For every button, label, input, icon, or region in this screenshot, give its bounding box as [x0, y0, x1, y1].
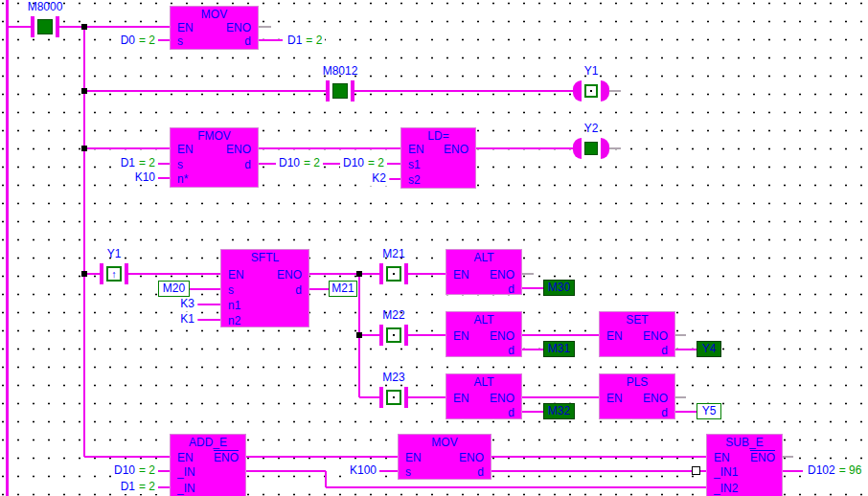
operand-value: = 2	[139, 34, 155, 47]
device-box-M20[interactable]: M20	[158, 281, 190, 297]
block-title: MOV	[171, 8, 258, 21]
wire	[259, 39, 283, 41]
wire	[246, 470, 326, 472]
wire	[309, 288, 329, 290]
pin-label: EN	[177, 450, 194, 465]
operand-label-K10[interactable]: K10	[132, 170, 158, 185]
wire	[491, 456, 706, 458]
fbd-block-mov-1[interactable]: MOVENENOsd	[170, 6, 259, 50]
wire	[326, 486, 706, 488]
pin-label: _IN	[177, 481, 195, 496]
operand-value: = 2	[306, 34, 322, 47]
contact-bar-icon	[351, 80, 354, 101]
pin-label: s2	[408, 172, 421, 188]
wire-junction	[81, 146, 87, 151]
fbd-block-add-e[interactable]: ADD_EENENO_IN_IN	[170, 434, 246, 496]
wire	[379, 470, 398, 472]
pin-label: ENO	[490, 328, 514, 344]
contact-bar-icon	[404, 263, 408, 284]
fbd-block-mov-2[interactable]: MOVENENOsd	[398, 434, 491, 480]
operand-label-D1[interactable]: D1= 2	[118, 480, 158, 494]
pin-label: d	[508, 343, 514, 358]
block-title: ALT	[446, 313, 521, 327]
pin-label: ENO	[459, 450, 484, 465]
contact-bar-icon	[379, 325, 383, 346]
pin-label: ENO	[490, 267, 514, 282]
fbd-block-sub-e[interactable]: SUB_EENENO_IN1_IN2	[706, 434, 783, 496]
contact-M21[interactable]	[379, 263, 408, 284]
contact-rising-edge-icon: ↑	[106, 266, 122, 282]
operand-label-K2[interactable]: K2	[369, 171, 389, 186]
device-box-M32[interactable]: M32	[543, 403, 575, 419]
pin-label: EN	[453, 328, 469, 344]
wire	[609, 90, 621, 92]
contact-device-label: M8012	[302, 64, 378, 78]
fbd-block-fmov[interactable]: FMOVENENOsdn*	[170, 127, 259, 188]
wire	[675, 334, 686, 336]
coil-Y2[interactable]	[573, 138, 609, 159]
operand-label-K1[interactable]: K1	[177, 312, 197, 327]
contact-Y1[interactable]: ↑	[100, 263, 128, 284]
fbd-block-pls[interactable]: PLSENENOd	[599, 373, 675, 419]
operand-label-D0[interactable]: D0= 2	[118, 34, 158, 48]
fbd-block-set[interactable]: SETENENOd	[599, 311, 675, 357]
coil-Y1[interactable]	[573, 80, 609, 101]
coil-dot-icon	[590, 90, 592, 92]
contact-device-label: M23	[355, 371, 432, 384]
power-rail	[6, 0, 9, 496]
operand-device: D10	[343, 156, 364, 169]
pin-label: ENO	[643, 328, 668, 344]
wire-junction	[81, 24, 87, 30]
operand-label-D1[interactable]: D1= 2	[285, 34, 325, 48]
device-box-M31[interactable]: M31	[543, 341, 575, 357]
operand-label-D1[interactable]: D1= 2	[118, 156, 158, 170]
device-box-Y4[interactable]: Y4	[697, 341, 721, 357]
contact-M8012[interactable]	[326, 80, 354, 101]
pin-label: s	[228, 282, 234, 298]
coil-paren-right-icon	[601, 80, 609, 101]
wire	[522, 334, 599, 336]
operand-label-D10[interactable]: D10= 2	[340, 156, 387, 170]
pin-label: ENO	[444, 142, 468, 157]
block-title: SUB_E	[707, 436, 782, 449]
operand-value: = 96	[839, 463, 862, 477]
fbd-block-sftl[interactable]: SFTLENENOsdn1n2	[220, 249, 309, 327]
operand-device: D1	[121, 156, 135, 169]
block-title: ALT	[446, 251, 521, 264]
wire	[675, 349, 697, 350]
pin-label: d	[295, 282, 302, 298]
wire	[259, 147, 400, 149]
operand-device: K2	[372, 171, 386, 185]
contact-bar-icon	[404, 325, 408, 346]
block-title: SET	[600, 313, 674, 327]
operand-label-D102[interactable]: D102= 96	[805, 463, 864, 478]
block-title: LD=	[401, 129, 475, 143]
block-title: SFTL	[221, 251, 308, 264]
operand-label-K100[interactable]: K100	[347, 463, 379, 478]
block-title: PLS	[600, 375, 674, 389]
coil-state-on-icon	[584, 142, 598, 155]
device-box-Y5[interactable]: Y5	[697, 403, 721, 419]
pin-label: _IN2	[714, 481, 738, 496]
operand-label-K3[interactable]: K3	[177, 297, 197, 311]
contact-M8000[interactable]	[31, 16, 59, 37]
contact-M23[interactable]	[379, 387, 408, 408]
pin-label: n2	[228, 313, 240, 328]
pin-label: EN	[408, 142, 424, 157]
pin-label: EN	[606, 328, 623, 344]
wire	[389, 178, 400, 180]
coil-paren-left-icon	[573, 80, 582, 101]
fbd-block-alt-1[interactable]: ALTENENOd	[445, 249, 522, 295]
fbd-block-alt-2[interactable]: ALTENENOd	[445, 311, 522, 357]
contact-M22[interactable]	[379, 325, 408, 346]
operand-label-D10[interactable]: D10= 2	[276, 156, 323, 170]
fbd-block-ld-eq[interactable]: LD=ENENOs1s2	[400, 127, 476, 189]
fbd-block-alt-3[interactable]: ALTENENOd	[445, 373, 522, 419]
wire	[522, 349, 543, 350]
wire	[190, 288, 220, 290]
operand-label-D10[interactable]: D10= 2	[111, 463, 158, 478]
device-box-M21[interactable]: M21	[329, 281, 357, 297]
device-box-M30[interactable]: M30	[543, 280, 575, 296]
operand-device: K10	[135, 170, 155, 184]
wire-junction	[81, 88, 87, 94]
